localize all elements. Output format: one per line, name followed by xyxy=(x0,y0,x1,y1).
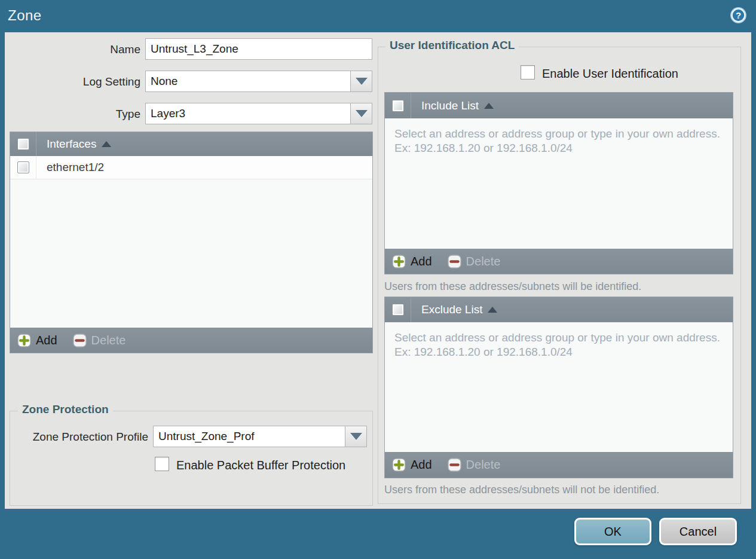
interfaces-table-header[interactable]: Interfaces xyxy=(10,132,372,156)
dialog-title: Zone xyxy=(8,0,42,31)
minus-icon xyxy=(448,255,461,268)
exclude-list-footer: Add Delete xyxy=(385,452,733,478)
include-add-button[interactable]: Add xyxy=(392,255,432,268)
include-list-footer: Add Delete xyxy=(385,249,733,274)
name-input[interactable] xyxy=(145,38,372,60)
zone-dialog: Zone ? Name Log Setting None Type Layer3 xyxy=(0,0,756,559)
type-label: Type xyxy=(5,108,140,121)
select-all-cell[interactable] xyxy=(10,132,36,156)
include-list-placeholder: Select an address or address group or ty… xyxy=(385,118,733,249)
interfaces-table: Interfaces ethernet1/2 Add Delete xyxy=(10,132,373,353)
packet-buffer-label: Enable Packet Buffer Protection xyxy=(176,459,345,472)
type-dropdown-button[interactable] xyxy=(350,103,372,124)
include-list-caption: Users from these addresses/subnets will … xyxy=(384,280,641,293)
zone-protection-profile-dropdown-button[interactable] xyxy=(345,426,367,447)
svg-text:?: ? xyxy=(736,10,741,20)
exclude-list-table: Exclude List Select an address or addres… xyxy=(384,297,733,478)
select-all-cell[interactable] xyxy=(385,297,411,322)
dialog-titlebar: Zone ? xyxy=(0,0,756,32)
exclude-list-placeholder: Select an address or address group or ty… xyxy=(385,322,733,452)
add-button-label: Add xyxy=(36,334,57,347)
plus-icon xyxy=(17,334,31,347)
include-list-table: Include List Select an address or addres… xyxy=(384,92,733,274)
ok-button[interactable]: OK xyxy=(574,518,651,545)
sort-ascending-icon[interactable] xyxy=(102,141,111,147)
delete-button-label: Delete xyxy=(466,458,501,472)
row-checkbox-cell[interactable] xyxy=(10,156,36,179)
exclude-list-caption: Users from these addresses/subnets will … xyxy=(384,484,659,496)
delete-button-label: Delete xyxy=(466,255,501,268)
zone-protection-profile-label: Zone Protection Profile xyxy=(13,430,148,444)
minus-icon xyxy=(73,334,87,347)
include-delete-button[interactable]: Delete xyxy=(448,255,501,268)
select-all-checkbox[interactable] xyxy=(17,138,29,150)
sort-ascending-icon[interactable] xyxy=(488,307,497,313)
log-setting-dropdown[interactable]: None xyxy=(145,71,372,92)
type-dropdown[interactable]: Layer3 xyxy=(145,103,372,124)
include-list-header[interactable]: Include List xyxy=(385,93,733,118)
sort-ascending-icon[interactable] xyxy=(484,103,494,109)
zone-protection-profile-value[interactable]: Untrust_Zone_Prof xyxy=(153,426,345,447)
user-id-acl-section: Enable User Identification Include List … xyxy=(378,47,741,504)
chevron-down-icon xyxy=(350,433,362,440)
name-label: Name xyxy=(5,43,140,56)
cancel-button[interactable]: Cancel xyxy=(659,518,737,545)
plus-icon xyxy=(392,255,406,268)
help-icon[interactable]: ? xyxy=(729,6,748,25)
row-checkbox[interactable] xyxy=(17,161,29,173)
log-setting-value[interactable]: None xyxy=(145,71,350,92)
chevron-down-icon xyxy=(356,110,368,117)
exclude-list-column-header: Exclude List xyxy=(421,303,482,316)
plus-icon xyxy=(392,458,406,472)
packet-buffer-checkbox[interactable] xyxy=(155,457,169,471)
interfaces-delete-button[interactable]: Delete xyxy=(73,334,126,347)
chevron-down-icon xyxy=(356,78,368,85)
zone-protection-legend: Zone Protection xyxy=(18,403,113,416)
minus-icon xyxy=(448,458,461,472)
select-all-checkbox[interactable] xyxy=(392,100,404,112)
add-button-label: Add xyxy=(411,458,432,472)
add-button-label: Add xyxy=(411,255,432,268)
dialog-body: Name Log Setting None Type Layer3 Interf… xyxy=(5,32,751,509)
table-row-ethernet[interactable]: ethernet1/2 xyxy=(10,156,372,179)
delete-button-label: Delete xyxy=(91,334,126,347)
exclude-add-button[interactable]: Add xyxy=(392,458,432,472)
log-setting-dropdown-button[interactable] xyxy=(350,71,372,92)
zone-protection-profile-dropdown[interactable]: Untrust_Zone_Prof xyxy=(153,426,367,447)
type-value[interactable]: Layer3 xyxy=(145,103,350,124)
interface-name: ethernet1/2 xyxy=(47,161,104,174)
include-list-column-header: Include List xyxy=(421,99,479,112)
interfaces-add-button[interactable]: Add xyxy=(17,334,57,347)
exclude-delete-button[interactable]: Delete xyxy=(448,458,501,472)
log-setting-label: Log Setting xyxy=(5,75,140,88)
user-id-acl-legend: User Identification ACL xyxy=(385,39,519,52)
select-all-checkbox[interactable] xyxy=(392,304,404,316)
interfaces-table-empty-area xyxy=(10,179,372,328)
enable-user-id-checkbox[interactable] xyxy=(521,65,535,80)
interfaces-column-header: Interfaces xyxy=(47,138,96,151)
exclude-list-header[interactable]: Exclude List xyxy=(385,297,733,322)
enable-user-id-label: Enable User Identification xyxy=(542,67,678,81)
select-all-cell[interactable] xyxy=(385,93,411,118)
interfaces-table-footer: Add Delete xyxy=(10,328,372,353)
